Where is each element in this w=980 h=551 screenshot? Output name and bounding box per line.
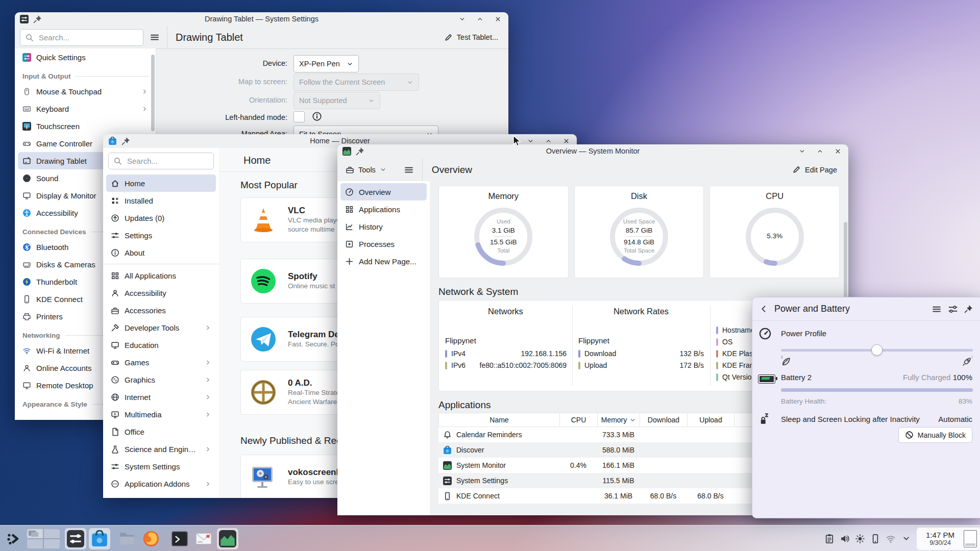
close-button[interactable] <box>835 148 841 155</box>
tray-expander-icon[interactable] <box>898 531 914 546</box>
column-upload[interactable]: Upload <box>688 413 734 427</box>
clipboard-tray-icon[interactable] <box>822 531 837 546</box>
taskbar-firefox[interactable] <box>140 528 162 549</box>
sidebar-item-science-engineering[interactable]: Science and Engineering <box>106 440 216 458</box>
sidebar-item-accessibility[interactable]: Accessibility <box>106 284 216 302</box>
sidebar-item-application-addons[interactable]: Application Addons <box>106 475 216 492</box>
sidebar-item-office[interactable]: Office <box>106 423 216 440</box>
configure-icon[interactable] <box>948 304 958 314</box>
close-button[interactable] <box>495 16 501 22</box>
show-desktop-button[interactable] <box>964 530 977 547</box>
sidebar-item-applications[interactable]: Applications <box>340 201 427 218</box>
sidebar-item-installed[interactable]: Installed <box>106 192 216 209</box>
map-to-screen-combobox[interactable]: Follow the Current Screen <box>293 73 419 91</box>
pager-desktop-3[interactable] <box>27 539 43 548</box>
slider-thumb[interactable] <box>871 344 883 356</box>
volume-tray-icon[interactable] <box>837 531 852 546</box>
pager-desktop-1[interactable] <box>27 529 43 538</box>
orientation-combobox[interactable]: Not Supported <box>293 92 380 109</box>
sidebar-item-processes[interactable]: Processes <box>340 235 427 253</box>
qt-version-marker <box>716 373 718 381</box>
column-cpu[interactable]: CPU <box>560 413 598 427</box>
minimize-button[interactable] <box>799 148 805 155</box>
virtual-desktop-pager[interactable] <box>27 529 60 548</box>
column-memory[interactable]: Memory <box>598 413 640 427</box>
pin-icon[interactable] <box>121 137 130 145</box>
sidebar-item-about[interactable]: About <box>106 244 216 261</box>
digital-clock[interactable]: 1:47 PM 9/30/24 <box>917 531 964 547</box>
pin-icon[interactable] <box>33 15 42 23</box>
minimize-button[interactable] <box>459 16 465 22</box>
taskbar-dolphin[interactable] <box>116 528 138 549</box>
discover-search[interactable] <box>108 153 214 169</box>
sidebar-item-quick-settings[interactable]: Quick Settings <box>18 48 153 66</box>
pin-icon[interactable] <box>356 147 364 156</box>
sidebar-scrollbar[interactable] <box>151 55 155 131</box>
close-button[interactable] <box>563 138 570 144</box>
system-settings-titlebar[interactable]: Drawing Tablet — System Settings <box>15 12 508 26</box>
taskbar-mail[interactable] <box>193 528 214 549</box>
sidebar-item-all-applications[interactable]: All Applications <box>106 267 216 284</box>
ipv6-row: IPv6 fe80::a510:c002:7005:8069 <box>445 361 567 369</box>
sidebar-item-history[interactable]: History <box>340 218 427 235</box>
hamburger-menu-icon[interactable] <box>932 304 942 314</box>
power-profile-slider[interactable] <box>781 344 973 356</box>
vlc-icon <box>249 206 278 234</box>
maximize-button[interactable] <box>477 16 483 22</box>
sidebar-item-home[interactable]: Home <box>106 174 216 192</box>
manually-block-button[interactable]: Manually Block <box>898 427 972 443</box>
sidebar-item-mouse-touchpad[interactable]: Mouse & Touchpad <box>18 83 153 100</box>
left-handed-checkbox[interactable] <box>293 111 305 122</box>
sidebar-item-updates[interactable]: Updates (0) <box>106 209 216 227</box>
sidebar-item-overview[interactable]: Overview <box>340 183 427 201</box>
back-button[interactable] <box>760 305 768 313</box>
search-input[interactable] <box>20 29 143 46</box>
column-name[interactable]: Name <box>439 413 560 427</box>
sidebar-item-settings[interactable]: Settings <box>106 227 216 244</box>
device-combobox[interactable]: XP-Pen Pen <box>293 55 359 72</box>
plasma-launcher-icon <box>6 531 21 546</box>
taskbar-konsole[interactable] <box>169 528 190 549</box>
system-monitor-titlebar[interactable]: Overview — System Monitor <box>337 144 848 158</box>
brightness-tray-icon[interactable] <box>852 531 868 546</box>
pager-desktop-2[interactable] <box>44 529 60 538</box>
sidebar-item-graphics[interactable]: Graphics <box>106 371 216 388</box>
sidebar-item-multimedia[interactable]: Multimedia <box>106 406 216 423</box>
taskbar-system-monitor[interactable] <box>217 528 238 549</box>
minimize-button[interactable] <box>527 138 534 144</box>
search-field[interactable] <box>38 33 138 42</box>
tools-button[interactable]: Tools <box>342 165 389 174</box>
column-download[interactable]: Download <box>640 413 688 427</box>
sidebar-item-touchscreen[interactable]: Touchscreen <box>18 117 153 135</box>
internet-icon <box>111 393 119 402</box>
maximize-button[interactable] <box>817 148 823 155</box>
maximize-button[interactable] <box>545 138 552 144</box>
pencil-icon <box>792 165 801 174</box>
system-monitor-task-icon <box>219 530 236 547</box>
sidebar-item-system-settings[interactable]: System Settings <box>106 458 216 475</box>
sidebar-item-internet[interactable]: Internet <box>106 388 216 406</box>
pin-icon[interactable] <box>964 305 973 313</box>
sidebar-item-accessories[interactable]: Accessories <box>106 302 216 319</box>
discover-search-field[interactable] <box>126 156 209 166</box>
sidebar-item-education[interactable]: Education <box>106 336 216 354</box>
test-tablet-button[interactable]: Test Tablet... <box>441 33 501 42</box>
plus-icon <box>345 257 354 266</box>
edit-page-button[interactable]: Edit Page <box>789 165 840 174</box>
sidebar-item-add-new-page[interactable]: Add New Page... <box>340 253 427 270</box>
hamburger-menu-icon[interactable] <box>404 165 414 175</box>
map-to-screen-label: Map to screen: <box>163 78 287 86</box>
pager-desktop-4[interactable] <box>44 539 60 548</box>
kde-connect-tray-icon[interactable] <box>868 531 883 546</box>
network-tray-icon[interactable] <box>883 531 898 546</box>
sidebar-item-games[interactable]: Games <box>106 354 216 371</box>
hamburger-menu-icon[interactable] <box>150 32 160 42</box>
application-launcher-button[interactable] <box>3 528 24 549</box>
sidebar-item-keyboard[interactable]: Keyboard <box>18 100 153 117</box>
sidebar-item-developer-tools[interactable]: Developer Tools <box>106 319 216 336</box>
taskbar-discover[interactable] <box>89 528 110 549</box>
taskbar-system-settings[interactable] <box>65 528 86 549</box>
sidebar-item-plasma-addons[interactable]: Plasma Addons <box>106 492 216 498</box>
graphics-icon <box>111 375 119 384</box>
quick-settings-icon <box>22 53 31 62</box>
